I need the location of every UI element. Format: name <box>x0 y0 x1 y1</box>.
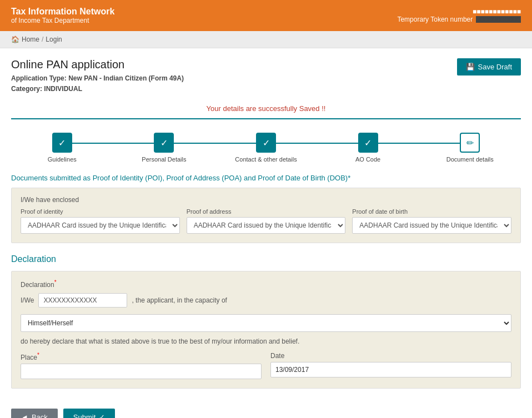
page-category: Category: INDIVIDUAL <box>11 84 184 94</box>
stepper: ✓ Guidelines ✓ Personal Details ✓ Contac… <box>11 133 521 163</box>
save-draft-button[interactable]: 💾 Save Draft <box>457 58 521 75</box>
submit-label: Submit <box>73 413 96 418</box>
category-label: Category: <box>11 85 42 93</box>
home-icon: 🏠 <box>11 36 19 43</box>
step-label-personal: Personal Details <box>142 156 186 163</box>
decl-place-group: Place* <box>21 352 262 379</box>
token-label: Temporary Token number <box>397 16 473 23</box>
step-guidelines: ✓ Guidelines <box>11 133 113 163</box>
back-icon: ◄ <box>21 413 28 418</box>
poa-group: Proof of address AADHAAR Card issued by … <box>187 208 346 234</box>
podb-group: Proof of date of birth AADHAAR Card issu… <box>352 208 511 234</box>
save-icon: 💾 <box>466 63 475 71</box>
step-label-guidelines: Guidelines <box>48 156 77 163</box>
breadcrumb: 🏠 Home / Login <box>0 31 532 48</box>
decl-capacity-select[interactable]: Himself/Herself <box>21 314 511 332</box>
documents-section-title: Documents submitted as Proof of Identity… <box>11 174 521 182</box>
logo: Tax Information Network of Income Tax De… <box>11 7 114 24</box>
podb-select[interactable]: AADHAAR Card issued by the Unique Identi… <box>352 217 511 234</box>
step-document-details: ✏ Document details <box>419 133 521 163</box>
place-label: Place* <box>21 352 262 361</box>
header-token: ■■■■■■■■■■■■ Temporary Token number XXXX… <box>397 8 521 23</box>
main-content: Online PAN application Application Type:… <box>0 48 532 418</box>
podb-label: Proof of date of birth <box>352 208 511 215</box>
decl-statement: do hereby declare that what is stated ab… <box>21 338 511 345</box>
breadcrumb-home[interactable]: Home <box>22 36 39 43</box>
decl-inline-row: I/We , the applicant, in the capacity of <box>21 293 511 308</box>
category-value: INDIVIDUAL <box>44 85 82 93</box>
declaration-box: Declaration* I/We , the applicant, in th… <box>11 271 521 389</box>
header-subtitle: of Income Tax Department <box>11 17 114 24</box>
header-title: Tax Information Network <box>11 7 114 17</box>
step-personal-details: ✓ Personal Details <box>113 133 215 163</box>
place-label-text: Place <box>21 354 37 361</box>
app-type-value: New PAN - Indian Citizen (Form 49A) <box>68 74 184 82</box>
enclosed-label: I/We have enclosed <box>21 196 511 204</box>
step-circle-guidelines: ✓ <box>52 133 72 153</box>
documents-section-box: I/We have enclosed Proof of identity AAD… <box>11 188 521 243</box>
breadcrumb-sep: / <box>42 36 43 43</box>
decl-date-group: Date <box>270 352 511 379</box>
decl-label: Declaration* <box>21 279 511 289</box>
step-circle-contact: ✓ <box>256 133 276 153</box>
poa-label: Proof of address <box>187 208 346 215</box>
poa-select[interactable]: AADHAAR Card issued by the Unique Identi… <box>187 217 346 234</box>
step-contact: ✓ Contact & other details <box>215 133 317 163</box>
poi-select[interactable]: AADHAAR Card issued by the Unique Identi… <box>21 217 180 234</box>
decl-iwe: I/We <box>21 296 34 304</box>
step-label-contact: Contact & other details <box>235 156 297 163</box>
breadcrumb-current: Login <box>46 36 62 43</box>
step-circle-document: ✏ <box>460 133 480 153</box>
page-meta: Application Type: New PAN - Indian Citiz… <box>11 73 184 84</box>
submit-button[interactable]: Submit ✓ <box>63 409 115 418</box>
poi-label: Proof of identity <box>21 208 180 215</box>
page-title: Online PAN application <box>11 58 184 71</box>
step-label-document: Document details <box>446 156 494 163</box>
token-value: XXXXXXXXXX <box>476 16 521 23</box>
page-header-row: Online PAN application Application Type:… <box>11 58 521 94</box>
back-label: Back <box>32 413 48 418</box>
back-button[interactable]: ◄ Back <box>11 409 58 418</box>
success-message: Your details are successfully Saved !! <box>11 101 521 119</box>
step-ao-code: ✓ AO Code <box>317 133 419 163</box>
decl-place-date-row: Place* Date <box>21 352 511 379</box>
save-draft-label: Save Draft <box>478 63 512 71</box>
place-required: * <box>37 352 39 358</box>
step-circle-personal: ✓ <box>154 133 174 153</box>
step-label-ao: AO Code <box>355 156 380 163</box>
token-label-row: Temporary Token number XXXXXXXXXX <box>397 16 521 23</box>
token-masked-text: ■■■■■■■■■■■■ <box>473 8 521 16</box>
header: Tax Information Network of Income Tax De… <box>0 0 532 31</box>
declaration-title: Declaration <box>11 254 521 264</box>
app-type-label: Application Type: <box>11 74 67 82</box>
submit-icon: ✓ <box>99 413 105 418</box>
dropdowns-row: Proof of identity AADHAAR Card issued by… <box>21 208 511 234</box>
poi-group: Proof of identity AADHAAR Card issued by… <box>21 208 180 234</box>
step-circle-ao: ✓ <box>358 133 378 153</box>
token-masked-row: ■■■■■■■■■■■■ <box>397 8 521 16</box>
decl-capacity-text: , the applicant, in the capacity of <box>132 296 227 304</box>
date-label: Date <box>270 352 511 360</box>
decl-required: * <box>54 279 57 285</box>
decl-name-input[interactable] <box>38 293 127 308</box>
place-input[interactable] <box>21 364 262 379</box>
decl-label-text: Declaration <box>21 281 54 289</box>
page-info: Online PAN application Application Type:… <box>11 58 184 94</box>
footer-buttons: ◄ Back Submit ✓ <box>11 402 521 418</box>
date-input[interactable] <box>270 362 511 377</box>
